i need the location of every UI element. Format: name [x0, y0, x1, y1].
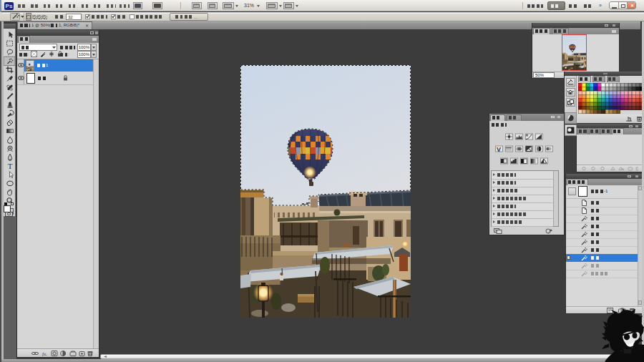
svg-text:T: T	[8, 162, 13, 170]
svg-text:fx.: fx.	[42, 351, 47, 357]
svg-text:V: V	[497, 146, 501, 153]
